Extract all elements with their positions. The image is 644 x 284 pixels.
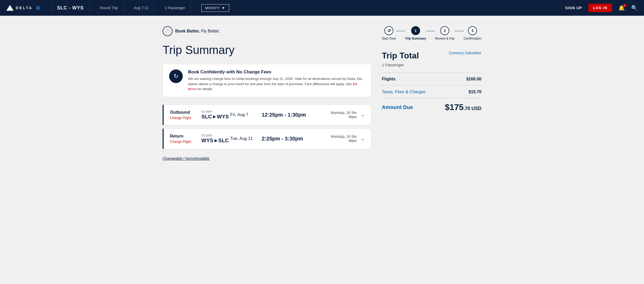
book-better-normal: Fly Better. — [200, 29, 220, 33]
header-divider-2 — [89, 3, 89, 13]
progress-steps: ↺ Start Over 1 Trip Summary 2 Review & P… — [382, 26, 481, 40]
return-date: Tue, Aug 11 — [230, 136, 262, 141]
no-change-icon: ↻ — [169, 69, 183, 83]
outbound-expand-chevron[interactable]: ⌄ — [361, 112, 365, 118]
return-flight-segment: Return Change Flight DL4304¹ WYS ▶ SLC T… — [163, 128, 371, 149]
step2-label: Review & Pay — [435, 37, 455, 40]
outbound-type: Outbound — [170, 110, 201, 115]
step-confirmation: 3 Confirmation — [464, 26, 481, 40]
outbound-arrow-icon: ▶ — [213, 114, 216, 119]
return-arrow-icon: ▶ — [214, 138, 217, 143]
no-change-desc-2: for details. — [197, 87, 213, 91]
header-right: SIGN UP LOG IN 🔔 1 🔍 — [565, 4, 638, 12]
header-divider-3 — [123, 3, 123, 13]
return-label-col: Return Change Flight — [170, 134, 201, 144]
trip-total-title: Trip Total — [382, 51, 419, 61]
trip-total-header: Trip Total Currency Calculator — [382, 51, 481, 61]
header-divider-4 — [154, 3, 154, 13]
modify-label: MODIFY — [205, 6, 220, 10]
return-nonstop: Nonstop, 1h 5m — [331, 134, 357, 139]
passengers-count: 1 Passenger — [382, 63, 481, 67]
route-display: SLC - WYS — [57, 5, 84, 11]
outbound-nonstop: Nonstop, 1h 5m — [331, 111, 357, 115]
no-change-desc-1: We are waiving change fees on Delta book… — [188, 77, 362, 86]
outbound-flight-segment: Outbound Change Flight DL4304¹ SLC ▶ WYS… — [163, 105, 371, 125]
return-change-flight[interactable]: Change Flight — [170, 140, 201, 144]
step-line-3 — [455, 31, 464, 31]
flights-label: Flights — [382, 77, 395, 81]
outbound-date: Fri, Aug 7 — [230, 112, 262, 117]
delta-triangle-icon — [6, 5, 14, 11]
amount-due-cents: .70 USD — [464, 106, 481, 111]
return-route: WYS ▶ SLC — [201, 138, 230, 144]
step-review-pay: 2 Review & Pay — [435, 26, 455, 40]
signup-button[interactable]: SIGN UP — [565, 6, 582, 10]
dates-display: Aug 7-11 — [134, 6, 149, 10]
step1-label: Trip Summary — [405, 37, 426, 40]
header-divider-5 — [191, 3, 191, 13]
step3-label: Confirmation — [464, 37, 481, 40]
step1-circle: 1 — [411, 26, 420, 35]
return-flight-num: DL4304¹ — [201, 134, 230, 137]
site-header: DELTA 🌀 SLC - WYS Round Trip Aug 7-11 1 … — [0, 0, 644, 16]
return-type: Return — [170, 134, 201, 139]
taxes-cost-row: Taxes, Fees & Charges $15.70 — [382, 90, 481, 94]
book-better-text: Book Better. Fly Better. — [175, 29, 220, 34]
modify-button[interactable]: MODIFY ▼ — [201, 4, 229, 12]
no-change-description: We are waiving change fees on Delta book… — [188, 76, 365, 92]
taxes-label: Taxes, Fees & Charges — [382, 90, 425, 94]
amount-due-dollars: $175 — [445, 102, 464, 112]
cost-divider-2 — [382, 85, 481, 85]
login-button[interactable]: LOG IN — [588, 4, 612, 12]
book-better-banner: 🕐 Book Better. Fly Better. — [163, 26, 371, 36]
outbound-label-col: Outbound Change Flight — [170, 110, 201, 120]
amount-due-value: $175.70 USD — [445, 102, 481, 112]
page-title: Trip Summary — [163, 43, 371, 57]
no-change-title: Book Confidently with No Change Fees — [188, 69, 365, 75]
step-line-2 — [426, 31, 435, 31]
return-cabin: Main — [331, 139, 357, 143]
step-start-over[interactable]: ↺ Start Over — [382, 26, 396, 40]
return-to: SLC — [218, 138, 229, 144]
outbound-route: SLC ▶ WYS — [201, 114, 230, 120]
outbound-flight-col: DL4304¹ SLC ▶ WYS — [201, 110, 230, 120]
step3-circle: 3 — [468, 26, 477, 35]
outbound-cabin: Main — [331, 115, 357, 119]
logo-text: DELTA — [16, 6, 33, 10]
start-over-icon[interactable]: ↺ — [384, 26, 393, 35]
currency-calculator-link[interactable]: Currency Calculator — [449, 51, 481, 55]
notifications-bell[interactable]: 🔔 1 — [618, 5, 625, 11]
step2-circle: 2 — [440, 26, 449, 35]
outbound-time: 12:25pm - 1:30pm — [262, 112, 331, 118]
left-panel: 🕐 Book Better. Fly Better. Trip Summary … — [163, 26, 371, 161]
return-from: WYS — [201, 138, 213, 144]
taxes-value: $15.70 — [469, 90, 481, 94]
outbound-flight-num: DL4304¹ — [201, 110, 230, 113]
cost-divider-3 — [382, 98, 481, 98]
step-line-1 — [396, 31, 405, 31]
return-flight-col: DL4304¹ WYS ▶ SLC — [201, 134, 230, 144]
outbound-from: SLC — [201, 114, 212, 120]
outbound-to: WYS — [217, 114, 229, 120]
book-better-bold: Book Better. — [175, 29, 200, 33]
return-time: 2:25pm - 3:30pm — [262, 136, 331, 142]
notification-badge: 1 — [623, 4, 626, 7]
passengers-display: 1 Passenger — [165, 6, 185, 10]
header-divider-1 — [52, 3, 52, 13]
amount-due-row: Amount Due $175.70 USD — [382, 102, 481, 112]
changeable-nonrefundable-link[interactable]: Changeable / Nonrefundable — [163, 156, 210, 161]
right-panel: ↺ Start Over 1 Trip Summary 2 Review & P… — [382, 26, 481, 161]
return-info: Nonstop, 1h 5m Main — [331, 134, 357, 143]
modify-chevron-icon: ▼ — [222, 6, 225, 10]
delta-logo: DELTA 🌀 — [6, 5, 40, 11]
book-better-icon: 🕐 — [163, 26, 173, 36]
return-expand-chevron[interactable]: ⌄ — [361, 136, 365, 141]
flights-value: $160.00 — [466, 77, 481, 81]
search-icon[interactable]: 🔍 — [631, 5, 638, 11]
no-change-content: Book Confidently with No Change Fees We … — [188, 69, 365, 92]
step-trip-summary: 1 Trip Summary — [405, 26, 426, 40]
outbound-change-flight[interactable]: Change Flight — [170, 116, 201, 120]
trip-type-display: Round Trip — [100, 6, 118, 10]
amount-due-label: Amount Due — [382, 104, 413, 110]
main-content: 🕐 Book Better. Fly Better. Trip Summary … — [154, 16, 490, 171]
